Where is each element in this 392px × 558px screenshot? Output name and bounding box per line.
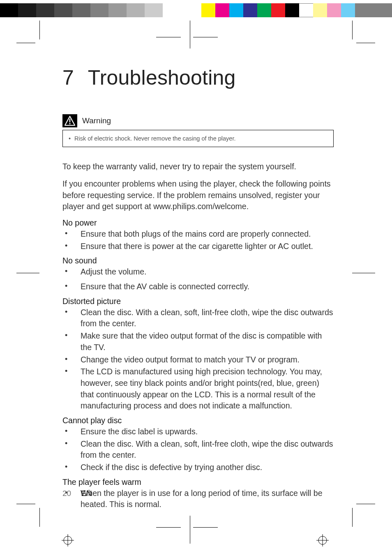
gray-swatch — [54, 3, 72, 17]
crop-mark — [16, 273, 39, 273]
section-heading: Cannot play disc — [62, 416, 334, 425]
crop-mark — [193, 527, 218, 528]
color-swatch — [229, 3, 243, 17]
list-item: Clean the disc. With a clean, soft, lint… — [62, 307, 334, 330]
color-swatch — [257, 3, 271, 17]
language-code: EN — [81, 489, 92, 498]
section: The player feels warm When the player is… — [62, 477, 334, 510]
gray-swatch — [163, 3, 181, 17]
color-swatch — [285, 3, 299, 17]
list-item: Make sure that the video output format o… — [62, 330, 334, 353]
crop-mark — [352, 273, 375, 273]
section: No sound Adjust the volume. Ensure that … — [62, 256, 334, 292]
crop-mark — [352, 21, 353, 39]
gray-swatch — [127, 3, 145, 17]
section-heading: No sound — [62, 256, 334, 265]
crop-mark — [356, 43, 375, 43]
printer-colorbar — [0, 3, 392, 17]
section-heading: The player feels warm — [62, 477, 334, 487]
chapter-title: Troubleshooting — [88, 66, 236, 90]
gray-swatch — [18, 3, 36, 17]
section: Distorted picture Clean the disc. With a… — [62, 297, 334, 412]
section-heading: Distorted picture — [62, 297, 334, 306]
color-swatch — [299, 3, 313, 17]
color-swatch — [243, 3, 257, 17]
content-area: 7 Troubleshooting Warning Risk of electr… — [62, 66, 334, 514]
warning-label: Warning — [82, 116, 111, 125]
crop-mark — [193, 37, 218, 37]
list-item: Ensure the disc label is upwards. — [62, 426, 334, 438]
section-heading: No power — [62, 218, 334, 228]
warning-box: Risk of electric shock. Never remove the… — [62, 130, 334, 147]
color-swatch — [327, 3, 341, 17]
color-swatch — [341, 3, 355, 17]
list-item: When the player is in use for a long per… — [62, 488, 334, 510]
color-swatch — [201, 3, 215, 17]
page-footer: 20 EN — [62, 489, 92, 498]
list-item: Ensure that there is power at the car ci… — [62, 241, 334, 252]
crop-mark — [190, 21, 190, 48]
warning-header: Warning — [62, 114, 334, 127]
warning-icon — [62, 114, 77, 127]
section: Cannot play disc Ensure the disc label i… — [62, 416, 334, 473]
list-item: Ensure that both plugs of the mains cord… — [62, 228, 334, 240]
colorbar-gap — [181, 3, 201, 17]
crop-mark — [16, 43, 35, 43]
colorbar-tail — [355, 3, 392, 17]
crop-mark — [16, 504, 35, 504]
gray-swatch — [145, 3, 163, 17]
color-swatch — [313, 3, 327, 17]
list-item: Check if the disc is defective by trying… — [62, 462, 334, 473]
section: No power Ensure that both plugs of the m… — [62, 218, 334, 252]
crop-mark — [352, 508, 353, 527]
gray-swatch — [72, 3, 90, 17]
gray-swatch — [108, 3, 127, 17]
warning-block: Warning Risk of electric shock. Never re… — [62, 114, 334, 147]
registration-mark-icon — [62, 534, 74, 546]
color-swatch — [215, 3, 229, 17]
list-item: The LCD is manufactured using high preci… — [62, 366, 334, 412]
svg-point-8 — [69, 123, 70, 124]
crop-mark — [156, 527, 181, 528]
list-item: Clean the disc. With a clean, soft, lint… — [62, 438, 334, 461]
color-swatch — [271, 3, 285, 17]
list-item: Change the video output format to match … — [62, 354, 334, 366]
crop-mark — [39, 508, 40, 527]
list-item: Ensure that the AV cable is connected co… — [62, 281, 334, 293]
warning-item: Risk of electric shock. Never remove the… — [69, 134, 327, 143]
chapter-number: 7 — [62, 66, 74, 90]
crop-mark — [156, 37, 181, 37]
gray-swatch — [36, 3, 54, 17]
gray-swatch — [0, 3, 18, 17]
intro-paragraph: If you encounter problems when using the… — [62, 178, 334, 212]
crop-mark — [356, 504, 375, 504]
chapter-heading: 7 Troubleshooting — [62, 66, 334, 90]
intro-paragraph: To keep the warranty valid, never try to… — [62, 161, 334, 173]
crop-mark — [190, 516, 190, 544]
page-number: 20 — [62, 489, 71, 498]
list-item: Adjust the volume. — [62, 266, 334, 278]
gray-swatch — [90, 3, 108, 17]
crop-mark — [39, 21, 40, 39]
page: 7 Troubleshooting Warning Risk of electr… — [0, 0, 392, 558]
registration-mark-icon — [316, 534, 329, 546]
